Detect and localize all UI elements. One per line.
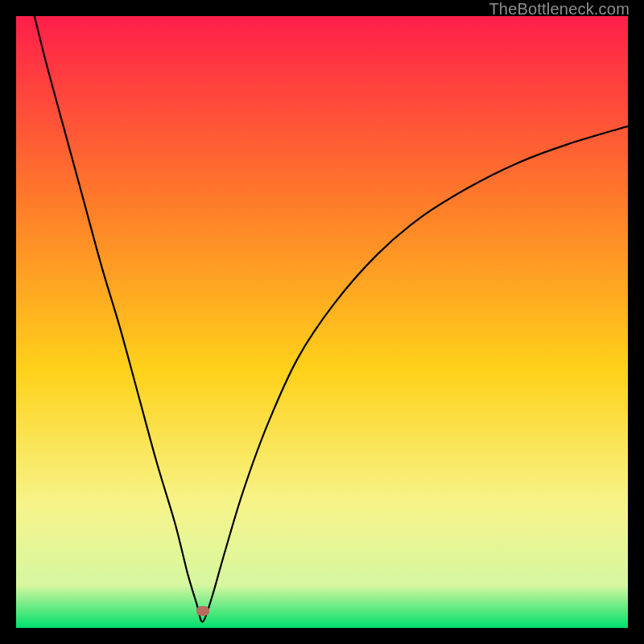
bottleneck-chart: [16, 16, 628, 628]
gradient-background: [16, 16, 628, 628]
minimum-marker: [196, 606, 209, 616]
watermark-text: TheBottleneck.com: [489, 0, 630, 19]
